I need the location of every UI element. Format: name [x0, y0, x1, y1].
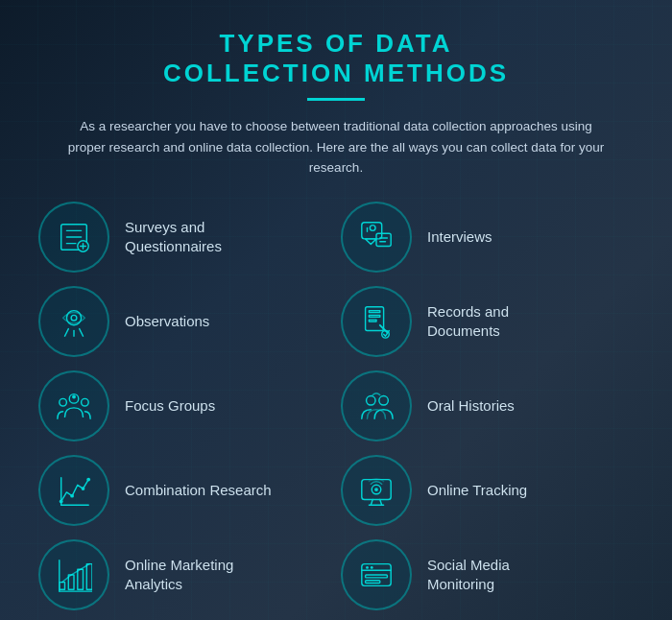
- item-surveys: Surveys and Questionnaires: [38, 202, 331, 273]
- item-marketing: Online Marketing Analytics: [38, 539, 331, 610]
- label-combination: Combination Research: [125, 481, 272, 500]
- svg-rect-17: [369, 310, 379, 312]
- item-observations: Observations: [38, 286, 331, 357]
- title-divider: [307, 98, 365, 101]
- icon-interviews: [341, 202, 412, 273]
- svg-point-22: [60, 398, 67, 406]
- svg-point-38: [374, 488, 378, 491]
- label-records: Records and Documents: [427, 302, 509, 342]
- label-observations: Observations: [125, 312, 209, 331]
- icon-oral-histories: [341, 370, 412, 441]
- title-line1: TYPES OF DATA: [38, 29, 634, 59]
- svg-point-26: [379, 395, 389, 405]
- label-surveys: Surveys and Questionnaires: [125, 218, 222, 257]
- svg-rect-49: [366, 575, 388, 578]
- label-marketing: Online Marketing Analytics: [125, 556, 233, 595]
- svg-point-48: [371, 566, 373, 569]
- description-text: As a researcher you have to choose betwe…: [67, 116, 605, 179]
- svg-point-23: [82, 398, 89, 406]
- svg-rect-42: [86, 563, 92, 589]
- svg-point-12: [370, 225, 375, 230]
- items-grid: Surveys and QuestionnairesInterviewsObse…: [38, 202, 634, 610]
- item-social-media: Social Media Monitoring: [341, 539, 634, 610]
- item-oral-histories: Oral Histories: [341, 370, 634, 441]
- svg-rect-19: [369, 320, 376, 322]
- icon-social-media: [341, 539, 412, 610]
- svg-rect-41: [78, 569, 84, 589]
- svg-rect-9: [376, 233, 391, 246]
- svg-rect-18: [369, 315, 379, 317]
- item-records: Records and Documents: [341, 286, 634, 357]
- icon-records: [341, 286, 412, 357]
- icon-focus-groups: [38, 370, 109, 441]
- svg-point-25: [367, 395, 376, 405]
- item-online-tracking: Online Tracking: [341, 455, 634, 526]
- item-interviews: Interviews: [341, 202, 634, 273]
- svg-marker-8: [366, 239, 376, 245]
- svg-line-35: [380, 499, 382, 505]
- title-section: TYPES OF DATA COLLECTION METHODS As a re…: [38, 29, 634, 179]
- icon-online-tracking: [341, 455, 412, 526]
- svg-rect-50: [366, 580, 380, 583]
- icon-observations: [38, 286, 109, 357]
- label-interviews: Interviews: [427, 227, 492, 247]
- svg-point-15: [71, 315, 77, 321]
- item-combination: Combination Research: [38, 455, 331, 526]
- item-focus-groups: Focus Groups: [38, 370, 331, 441]
- icon-marketing: [38, 539, 109, 610]
- svg-point-30: [86, 477, 90, 481]
- svg-rect-39: [60, 582, 65, 589]
- svg-point-47: [366, 566, 369, 569]
- icon-surveys: [38, 202, 109, 273]
- icon-combination: [38, 455, 109, 526]
- svg-line-34: [371, 499, 372, 505]
- label-oral-histories: Oral Histories: [427, 396, 515, 416]
- svg-point-29: [82, 487, 85, 490]
- label-social-media: Social Media Monitoring: [427, 556, 510, 595]
- svg-point-24: [72, 394, 76, 398]
- label-focus-groups: Focus Groups: [125, 396, 215, 416]
- label-online-tracking: Online Tracking: [427, 481, 527, 500]
- main-container: TYPES OF DATA COLLECTION METHODS As a re…: [0, 0, 672, 620]
- title-line2: COLLECTION METHODS: [38, 59, 634, 88]
- svg-point-28: [70, 494, 74, 498]
